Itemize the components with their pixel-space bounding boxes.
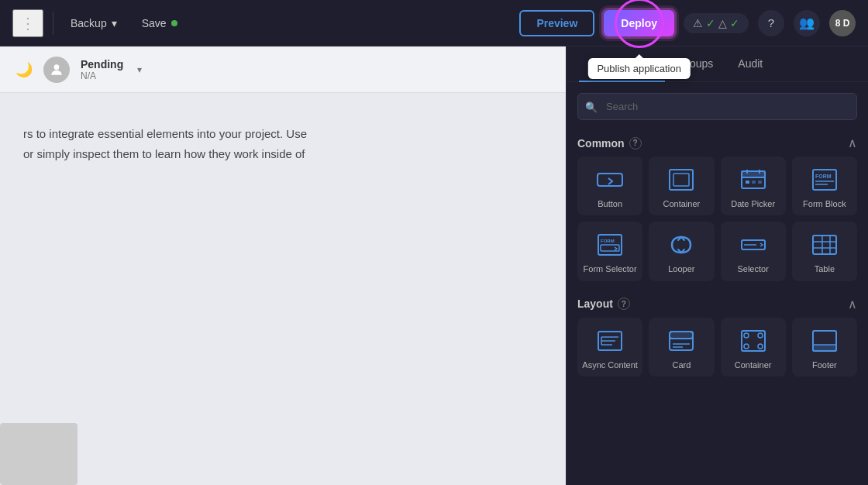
svg-text:FORM: FORM	[601, 239, 615, 243]
info-icon: ⚠	[693, 17, 703, 29]
component-container2[interactable]: Container	[721, 318, 786, 377]
component-looper[interactable]: Looper	[649, 222, 714, 280]
footer-icon	[809, 327, 840, 355]
layout-help-icon[interactable]: ?	[618, 298, 630, 310]
component-form-selector[interactable]: FORM Form Selector	[577, 222, 642, 280]
thumbnail-box	[0, 423, 78, 485]
date-picker-label: Date Picker	[731, 198, 775, 209]
component-selector[interactable]: Selector	[721, 222, 786, 280]
backup-button[interactable]: Backup ▾	[63, 12, 125, 34]
footer-label: Footer	[812, 359, 837, 370]
component-date-picker[interactable]: Date Picker	[721, 157, 786, 215]
help-button[interactable]: ?	[758, 10, 784, 36]
theme-toggle-icon[interactable]: 🌙	[16, 61, 33, 78]
deploy-wrapper: Deploy Publish application	[604, 10, 674, 36]
svg-rect-8	[746, 181, 749, 184]
container2-label: Container	[735, 359, 772, 370]
common-section-header: Common ? ∧	[567, 128, 868, 157]
async-content-label: Async Content	[582, 359, 638, 370]
avatar-button[interactable]: 8 D	[829, 10, 856, 36]
svg-text:FORM: FORM	[815, 174, 832, 179]
form-block-label: Form Block	[803, 198, 846, 209]
separator	[53, 12, 53, 35]
svg-rect-10	[758, 181, 762, 184]
component-table[interactable]: Table	[792, 222, 857, 280]
tab-audit[interactable]: Audit	[725, 46, 775, 82]
svg-rect-11	[813, 170, 836, 190]
content-text: rs to integrate essential elements into …	[23, 124, 411, 163]
content-area: rs to integrate essential elements into …	[0, 93, 566, 194]
warning-icon: △	[718, 17, 727, 29]
container2-icon	[738, 327, 769, 355]
backup-label: Backup	[71, 17, 107, 29]
deploy-button[interactable]: Deploy	[604, 10, 674, 36]
left-header: 🌙 Pending N/A ▾	[0, 46, 566, 93]
check-icon: ✓	[706, 17, 715, 29]
component-footer[interactable]: Footer	[792, 318, 857, 377]
looper-icon	[666, 231, 697, 259]
common-components-grid: Button Container	[567, 157, 868, 289]
search-icon: 🔍	[585, 101, 598, 112]
preview-label: Preview	[536, 17, 577, 29]
svg-point-35	[744, 333, 749, 338]
help-label: ?	[768, 16, 774, 29]
content-line1: rs to integrate essential elements into …	[23, 127, 307, 140]
component-async-content[interactable]: Async Content	[577, 318, 642, 377]
avatar-label: 8 D	[835, 18, 850, 29]
looper-label: Looper	[668, 263, 694, 274]
right-panel-scrollable[interactable]: 🔍 Common ? ∧	[567, 82, 868, 485]
save-label: Save	[142, 17, 167, 29]
svg-rect-40	[813, 345, 836, 351]
component-card[interactable]: Card	[649, 318, 714, 377]
more-options-button[interactable]: ⋮	[12, 9, 43, 37]
tooltip-text: Publish application	[597, 63, 680, 74]
users-icon: 👥	[799, 15, 815, 30]
content-line2: or simply inspect them to learn how they…	[23, 147, 305, 160]
form-block-icon: FORM	[809, 166, 840, 194]
users-button[interactable]: 👥	[794, 10, 820, 36]
svg-point-37	[744, 344, 749, 349]
layout-section-title: Layout ?	[577, 298, 630, 310]
main-area: 🌙 Pending N/A ▾ rs to integrate essentia…	[0, 46, 868, 485]
svg-rect-20	[813, 236, 836, 254]
layout-collapse-icon[interactable]: ∧	[848, 297, 857, 311]
right-panel: Components Groups Audit 🔍 Common ? ∧	[566, 46, 868, 485]
selector-label: Selector	[737, 263, 768, 274]
svg-rect-3	[673, 174, 689, 186]
form-selector-icon: FORM	[594, 231, 625, 259]
async-content-icon	[594, 327, 625, 355]
user-status: N/A	[81, 71, 123, 81]
component-button[interactable]: Button	[577, 157, 642, 215]
container-icon	[666, 166, 697, 194]
left-panel: 🌙 Pending N/A ▾ rs to integrate essentia…	[0, 46, 566, 485]
tab-audit-label: Audit	[738, 57, 763, 70]
button-label: Button	[598, 198, 622, 209]
date-picker-icon	[738, 166, 769, 194]
search-input[interactable]	[577, 93, 857, 120]
svg-point-38	[758, 344, 763, 349]
component-container[interactable]: Container	[649, 157, 714, 215]
svg-rect-5	[742, 171, 765, 177]
common-label: Common	[577, 137, 625, 150]
component-form-block[interactable]: FORM Form Block	[792, 157, 857, 215]
publish-tooltip: Publish application	[587, 58, 690, 79]
check2-icon: ✓	[730, 17, 739, 29]
common-section-title: Common ?	[577, 137, 642, 150]
deploy-label: Deploy	[621, 17, 657, 29]
header: ⋮ Backup ▾ Save Preview Deploy Publish a…	[0, 0, 868, 46]
container-label: Container	[663, 198, 701, 209]
layout-components-grid: Async Content Card	[567, 318, 868, 384]
status-group: ⚠ ✓ △ ✓	[684, 13, 749, 33]
search-box: 🔍	[577, 93, 857, 120]
svg-rect-9	[752, 181, 756, 184]
common-help-icon[interactable]: ?	[629, 137, 642, 150]
svg-point-0	[54, 64, 60, 70]
user-dropdown-icon[interactable]: ▾	[137, 64, 142, 75]
card-label: Card	[672, 359, 691, 370]
preview-button[interactable]: Preview	[519, 10, 594, 36]
common-collapse-icon[interactable]: ∧	[848, 136, 857, 150]
table-icon	[809, 231, 840, 259]
svg-rect-31	[670, 332, 693, 339]
user-name: Pending	[81, 58, 123, 71]
save-button[interactable]: Save	[134, 12, 185, 34]
